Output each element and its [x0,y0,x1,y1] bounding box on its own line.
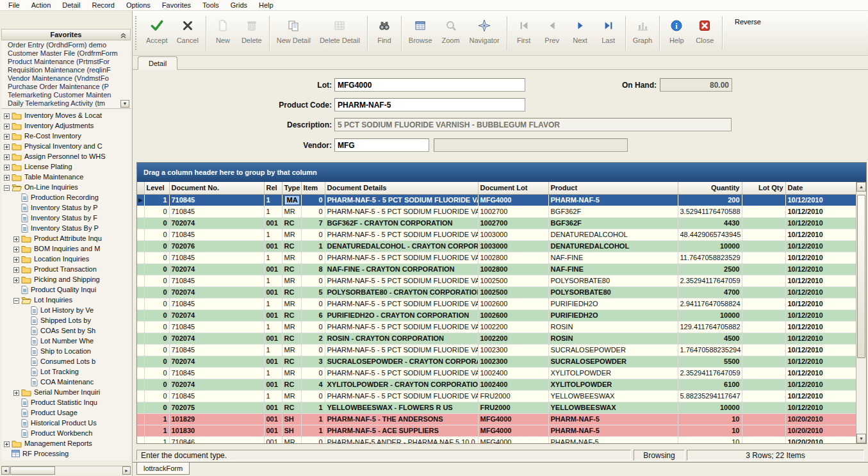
tree-item-lot-number-whe[interactable]: Lot Number Whe [1,336,131,346]
find-button[interactable]: Find [370,13,398,54]
cell-doc[interactable]: 710845 [169,275,264,286]
cell-level[interactable]: 1 [144,436,169,443]
menu-item-file[interactable]: File [3,1,26,10]
cell-lot[interactable]: 1002500 [478,275,548,286]
cell-doc[interactable]: 710846 [169,436,264,443]
table-row[interactable]: 07108451MR0PHARM-NAF-5 - 5 PCT SODIUM FL… [137,321,856,332]
table-row[interactable]: 0702074001RC4XYLITOLPOWDER - CRAYTON COR… [137,379,856,390]
cell-date[interactable]: 10/12/2010 [785,298,856,309]
cell-lotqty[interactable] [742,229,785,240]
vendor-name-input[interactable] [434,138,628,152]
column-header-product[interactable]: Product [548,182,678,194]
table-row[interactable]: 0702074001RC3SUCRALOSEPOWDER - CRAYTON C… [137,356,856,367]
cell-date[interactable]: 10/12/2010 [785,286,856,298]
last-button[interactable]: Last [594,13,623,54]
cell-qty[interactable]: 10 [678,425,742,436]
cell-item[interactable]: 4 [301,379,325,390]
cell-item[interactable]: 8 [301,263,325,275]
cell-rel[interactable]: 001 [264,217,282,229]
grid-vertical-scrollbar[interactable]: ▲ ▼ [856,182,866,443]
product-code-input[interactable] [334,98,525,111]
cell-lotqty[interactable] [742,321,785,332]
cell-date[interactable]: 10/20/2010 [785,436,856,443]
menu-item-help[interactable]: Help [253,1,279,10]
favorites-item[interactable]: Purchase Order Maintenance (P [1,83,131,91]
cell-date[interactable]: 10/12/2010 [785,309,856,321]
cell-rel[interactable]: 1 [264,194,282,206]
browse-button[interactable]: Browse [404,13,437,54]
cell-details[interactable]: POLYSORBATE80 - CRAYTON CORPORATION [325,286,478,298]
table-row[interactable]: 1101829001SH1PHARM-NAF-5 - THE ANDERSONS… [137,413,856,425]
on-hand-input[interactable] [660,78,732,92]
cell-type[interactable]: RC [282,309,301,321]
cell-doc[interactable]: 702074 [169,263,264,275]
cell-level[interactable]: 0 [144,240,169,252]
tree-item-bom-inquiries-and-m[interactable]: BOM Inquiries and M [1,243,131,254]
cell-item[interactable]: 0 [301,229,325,240]
tree-item-ship-to-location[interactable]: Ship to Location [1,346,131,356]
cell-lot[interactable]: MFG4000 [478,436,548,443]
cell-product[interactable]: PHARM-NAF-5 [548,413,678,425]
cell-rel[interactable]: 1 [264,298,282,309]
cell-level[interactable]: 0 [144,252,169,263]
cell-rel[interactable]: 001 [264,413,282,425]
cell-date[interactable]: 10/12/2010 [785,217,856,229]
cell-type[interactable]: MR [282,436,301,443]
tree-item-product-workbench[interactable]: Product Workbench [1,428,131,438]
cell-product[interactable]: PURIFIEDH2O [548,309,678,321]
tree-item-lot-tracking[interactable]: Lot Tracking [1,366,131,377]
cell-type[interactable]: MR [282,390,301,402]
cell-level[interactable]: 0 [144,229,169,240]
tree-item-inventory-status-by-p[interactable]: Inventory Status by P [1,202,131,213]
expand-plus-icon[interactable] [13,236,19,242]
cell-qty[interactable]: 129.411764705882 [678,321,742,332]
table-row[interactable]: 0702075001RC1YELLOWBEESWAX - FLOWERS R U… [137,402,856,413]
cell-qty[interactable]: 4500 [678,332,742,344]
cell-details[interactable]: PHARM-NAF-5 - 5 PCT SODIUM FLUORIDE VARN… [325,206,478,217]
cell-doc[interactable]: 702074 [169,217,264,229]
sidebar-horizontal-scrollbar[interactable]: ◄ ► [1,466,131,475]
cell-level[interactable]: 0 [144,402,169,413]
graph-button[interactable]: Graph [628,13,657,54]
cell-date[interactable]: 10/12/2010 [785,390,856,402]
cell-date[interactable]: 10/12/2010 [785,367,856,379]
cell-doc[interactable]: 702074 [169,286,264,298]
cell-qty[interactable]: 1.76470588235294 [678,344,742,356]
favorites-scroll-down-button[interactable]: ▼ [120,100,129,108]
tab-detail[interactable]: Detail [138,56,177,70]
cell-rel[interactable]: 001 [264,356,282,367]
cell-lotqty[interactable] [742,217,785,229]
tree-item-coas-sent-by-sh[interactable]: COAs Sent by Sh [1,325,131,336]
cell-qty[interactable]: 10000 [678,240,742,252]
cell-type[interactable]: MR [282,206,301,217]
cell-product[interactable]: NAF-FINE [548,252,678,263]
cell-rel[interactable]: 1 [264,321,282,332]
cell-rel[interactable]: 1 [264,229,282,240]
cell-lot[interactable]: 1003000 [478,240,548,252]
cell-doc[interactable]: 710845 [169,229,264,240]
tree-item-table-maintenance[interactable]: Table Maintenance [1,172,131,182]
cell-product[interactable]: BGF362F [548,206,678,217]
cell-type[interactable]: RC [282,402,301,413]
cell-date[interactable]: 10/12/2010 [785,194,856,206]
cell-details[interactable]: PHARM-NAF-5 - 5 PCT SODIUM FLUORIDE VARN… [325,367,478,379]
scrollbar-thumb[interactable] [857,195,865,358]
cell-lotqty[interactable] [742,240,785,252]
cell-lotqty[interactable] [742,379,785,390]
cell-item[interactable]: 1 [301,402,325,413]
cell-lot[interactable]: MFG4000 [478,425,548,436]
tree-item-product-statistic-inqu[interactable]: Product Statistic Inqu [1,397,131,407]
tree-item-lot-inquiries[interactable]: Lot Inquiries [1,295,131,305]
expand-plus-icon[interactable] [13,390,19,395]
cell-type[interactable]: MR [282,229,301,240]
cell-rel[interactable]: 001 [264,379,282,390]
cell-item[interactable]: 0 [301,298,325,309]
cell-rel[interactable]: 001 [264,286,282,298]
column-header-rel[interactable]: Rel [264,182,282,194]
cell-qty[interactable]: 4700 [678,286,742,298]
collapse-minus-icon[interactable] [13,297,19,303]
favorites-item[interactable]: Daily Telemarketing Activity (tm [1,99,131,108]
table-row[interactable]: 0702074001RC6PURIFIEDH2O - CRAYTON CORPO… [137,309,856,321]
cell-rel[interactable]: 001 [264,425,282,436]
cell-qty[interactable]: 2.94117647058824 [678,298,742,309]
